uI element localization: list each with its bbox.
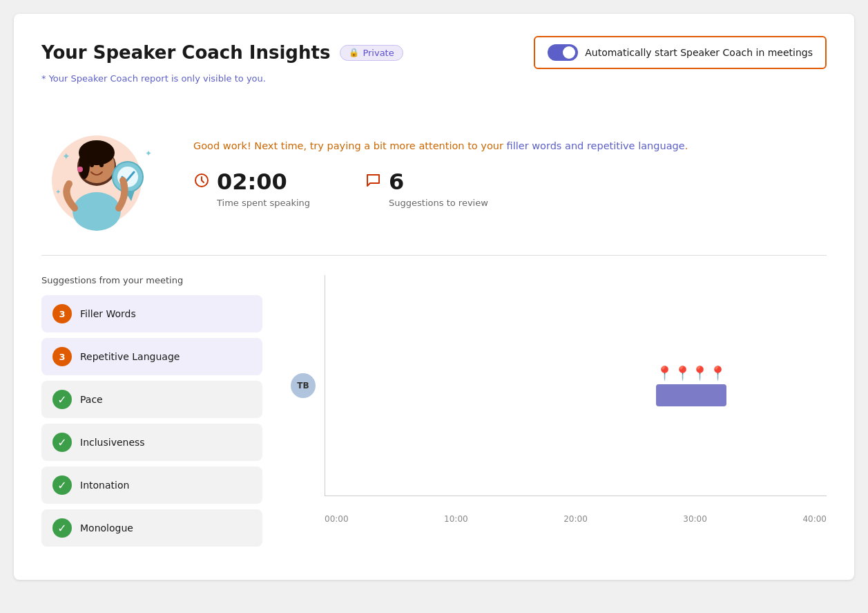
monologue-label: Monologue: [80, 522, 133, 534]
private-badge: 🔒 Private: [340, 45, 403, 61]
suggestions-panel: Suggestions from your meeting 3 Filler W…: [41, 275, 262, 552]
suggestion-repetitive-language[interactable]: 3 Repetitive Language: [41, 338, 262, 375]
suggestion-inclusiveness[interactable]: ✓ Inclusiveness: [41, 424, 262, 461]
chart-avatar-tb: TB: [291, 373, 316, 398]
chart-avatar-label: TB: [297, 381, 309, 390]
suggestion-monologue[interactable]: ✓ Monologue: [41, 509, 262, 547]
speaking-bar: [656, 384, 726, 406]
pace-badge: ✓: [52, 390, 72, 409]
toggle-section[interactable]: Automatically start Speaker Coach in mee…: [534, 36, 827, 69]
x-label-20: 20:00: [563, 514, 588, 524]
filler-words-label: Filler Words: [80, 308, 136, 319]
svg-text:✦: ✦: [55, 188, 61, 196]
page-title: Your Speaker Coach Insights: [41, 42, 330, 63]
svg-text:✦: ✦: [62, 151, 70, 162]
header: Your Speaker Coach Insights 🔒 Private Au…: [41, 36, 827, 69]
clock-icon: [193, 172, 210, 192]
pace-label: Pace: [80, 394, 103, 405]
header-left: Your Speaker Coach Insights 🔒 Private: [41, 42, 403, 63]
markers-row: 📍 📍 📍 📍: [656, 365, 726, 381]
repetitive-language-badge: 3: [52, 347, 72, 366]
marker-4: 📍: [709, 365, 726, 381]
suggestion-intonation[interactable]: ✓ Intonation: [41, 466, 262, 504]
x-label-30: 30:00: [683, 514, 707, 524]
metric-suggestions-row: 6: [365, 169, 404, 195]
monologue-badge: ✓: [52, 518, 72, 538]
time-value: 02:00: [217, 169, 287, 195]
svg-point-7: [90, 163, 94, 167]
time-label: Time spent speaking: [193, 198, 310, 208]
metrics: 02:00 Time spent speaking 6 Suggestions …: [193, 169, 827, 208]
svg-point-5: [79, 151, 90, 179]
chat-icon: [365, 172, 382, 192]
inclusiveness-label: Inclusiveness: [80, 437, 145, 448]
lock-icon: 🔒: [349, 48, 359, 57]
suggestion-pace[interactable]: ✓ Pace: [41, 381, 262, 418]
x-axis: 00:00 10:00 20:00 30:00 40:00: [325, 510, 827, 524]
private-label: Private: [363, 48, 394, 58]
inclusiveness-badge: ✓: [52, 433, 72, 452]
subtitle: * Your Speaker Coach report is only visi…: [41, 73, 827, 84]
suggestions-section-title: Suggestions from your meeting: [41, 275, 262, 285]
repetitive-language-label: Repetitive Language: [80, 351, 180, 362]
marker-1: 📍: [656, 365, 673, 381]
suggestion-filler-words[interactable]: 3 Filler Words: [41, 295, 262, 332]
x-label-40: 40:00: [802, 514, 827, 524]
toggle-label: Automatically start Speaker Coach in mee…: [585, 47, 813, 58]
avatar-area: ✦ ✦ ✦: [41, 111, 166, 236]
toggle-thumb: [563, 46, 575, 59]
suggestions-label: Suggestions to review: [365, 198, 488, 208]
summary-section: ✦ ✦ ✦ Good work! Next time, try paying a…: [41, 97, 827, 256]
bottom-section: Suggestions from your meeting 3 Filler W…: [41, 275, 827, 552]
speaking-segment: 📍 📍 📍 📍: [656, 365, 726, 406]
marker-2: 📍: [674, 365, 691, 381]
metric-time: 02:00 Time spent speaking: [193, 169, 310, 208]
chart-area: TB 📍 📍 📍 📍 00:00 10: [283, 275, 827, 552]
suggestions-count: 6: [389, 169, 404, 195]
toggle-track: [548, 44, 578, 61]
x-label-10: 10:00: [444, 514, 468, 524]
svg-point-8: [99, 163, 104, 167]
filler-words-badge: 3: [52, 304, 72, 323]
page-container: Your Speaker Coach Insights 🔒 Private Au…: [14, 14, 854, 580]
x-label-0: 00:00: [325, 514, 349, 524]
intonation-label: Intonation: [80, 480, 129, 491]
intonation-badge: ✓: [52, 475, 72, 495]
feedback-highlight: filler words and repetitive language: [507, 140, 685, 151]
svg-point-6: [77, 167, 83, 172]
summary-content: Good work! Next time, try paying a bit m…: [193, 139, 827, 209]
chart-inner: TB 📍 📍 📍 📍: [325, 275, 827, 496]
svg-point-1: [73, 192, 121, 231]
svg-text:✦: ✦: [145, 149, 152, 158]
marker-3: 📍: [691, 365, 708, 381]
metric-suggestions: 6 Suggestions to review: [365, 169, 488, 208]
feedback-text: Good work! Next time, try paying a bit m…: [193, 139, 827, 154]
metric-time-row: 02:00: [193, 169, 287, 195]
character-illustration: ✦ ✦ ✦: [48, 111, 159, 236]
auto-start-toggle[interactable]: [548, 44, 578, 61]
